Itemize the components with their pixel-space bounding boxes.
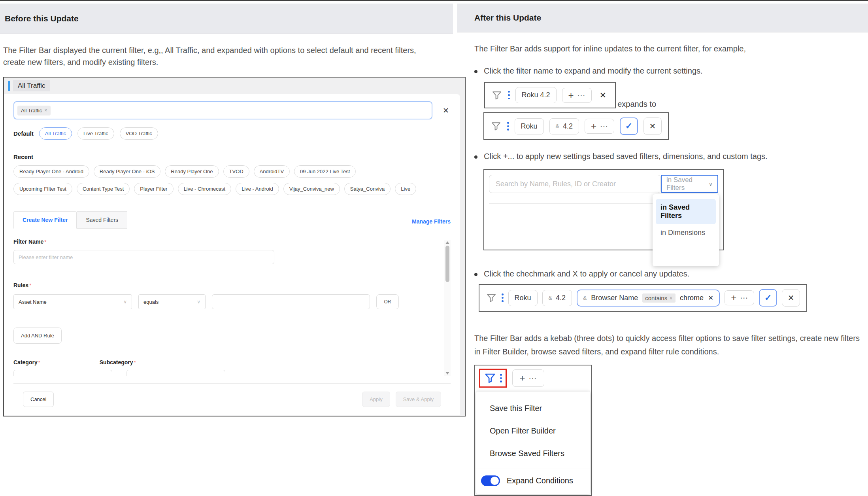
subcategory-select[interactable] (126, 370, 225, 376)
bullet-modify-settings: Click the filter name to expand and modi… (474, 66, 865, 76)
cancel-x-button[interactable]: ✕ (782, 289, 800, 307)
rule-operator-select[interactable]: equals ∨ (138, 294, 206, 309)
filter-search-screenshot: in Saved Filters ∨ in Saved Filters in D… (483, 169, 724, 250)
recent-chip[interactable]: 09 Jun 2022 Live Test (294, 165, 356, 178)
chevron-down-icon: ∨ (123, 299, 127, 305)
kebab-menu-icon[interactable] (507, 122, 509, 131)
cancel-x-button[interactable]: ✕ (643, 117, 662, 135)
close-icon[interactable]: ✕ (443, 106, 449, 115)
recent-chip[interactable]: Live (395, 183, 416, 195)
expand-conditions-label: Expand Conditions (507, 476, 573, 485)
recent-chip[interactable]: Ready Player One - Android (13, 165, 89, 178)
recent-chip[interactable]: Content Type Test (77, 183, 130, 195)
filter-select-input[interactable]: All Traffic × (13, 101, 432, 119)
applied-filter-chip[interactable]: All Traffic × (17, 106, 51, 115)
add-filter-chip[interactable]: +⋯ (725, 290, 754, 305)
category-field: Category* (13, 359, 40, 366)
default-option-all-traffic[interactable]: All Traffic (39, 127, 72, 140)
recent-chip[interactable]: Vijay_Conviva_new (283, 183, 340, 195)
divider (13, 147, 451, 147)
scope-option-dimensions[interactable]: in Dimensions (656, 224, 716, 241)
rule-dimension-select[interactable]: Asset Name ∨ (13, 294, 132, 309)
required-mark: * (134, 360, 136, 365)
divider (13, 204, 451, 204)
recent-chip[interactable]: Satya_Conviva (344, 183, 391, 195)
condition-editor-chip[interactable]: & Browser Name contains ∨ chrome ✕ (577, 290, 720, 307)
rules-label: Rules (13, 282, 28, 288)
menu-item-open-filter-builder[interactable]: Open Filter Builder (476, 420, 590, 442)
cancel-button[interactable]: Cancel (23, 392, 54, 407)
apply-check-button[interactable]: ✓ (759, 289, 777, 307)
default-option-vod-traffic[interactable]: VOD Traffic (120, 127, 158, 140)
filter-term-chip[interactable]: Roku (515, 118, 544, 134)
menu-item-browse-saved-filters[interactable]: Browse Saved Filters (476, 442, 590, 465)
rule-row: Asset Name ∨ equals ∨ OR (13, 294, 440, 309)
tab-create-new-filter[interactable]: Create New Filter (13, 211, 77, 229)
add-filter-chip[interactable]: +⋯ (585, 119, 614, 134)
category-select[interactable] (13, 370, 112, 376)
plus-icon: + (568, 92, 574, 99)
before-intro: The Filter Bar displayed the current fil… (3, 44, 440, 68)
filterbar-expanded-row: Roku &4.2 +⋯ ✓ ✕ (483, 112, 865, 140)
filterbar-condition-row: Roku &4.2 & Browser Name contains ∨ chro… (479, 284, 865, 312)
recent-chip[interactable]: Live - Android (236, 183, 279, 195)
kebab-menu-icon[interactable] (502, 293, 504, 302)
kebab-dropdown-menu: Save this Filter Open Filter Builder Bro… (476, 392, 590, 494)
filter-term-chip[interactable]: &4.2 (549, 118, 579, 134)
add-and-rule-button[interactable]: Add AND Rule (13, 328, 62, 344)
filter-term-chip[interactable]: &4.2 (542, 290, 572, 306)
scope-option-saved-filters[interactable]: in Saved Filters (656, 199, 716, 224)
rule-operator-value: equals (143, 299, 159, 305)
save-and-apply-button[interactable]: Save & Apply (396, 392, 441, 407)
filter-name-input[interactable] (13, 250, 274, 264)
red-highlight-box (479, 369, 507, 388)
recent-chip[interactable]: Player Filter (134, 183, 173, 195)
plus-icon: + (731, 294, 736, 301)
current-filter-chip[interactable]: Roku 4.2 (515, 87, 557, 103)
vertical-scrollbar[interactable] (444, 240, 451, 376)
add-filter-chip[interactable]: +⋯ (512, 369, 544, 387)
manage-filters-link[interactable]: Manage Filters (412, 218, 451, 229)
recent-chip[interactable]: Ready Player One - iOS (94, 165, 160, 178)
recent-chip[interactable]: Live - Chromecast (178, 183, 231, 195)
remove-condition-icon[interactable]: ✕ (708, 294, 713, 302)
ellipsis-icon: ⋯ (740, 294, 748, 301)
default-option-live-traffic[interactable]: Live Traffic (77, 127, 114, 140)
or-rule-button[interactable]: OR (376, 294, 399, 309)
dialog-footer: Cancel Apply Save & Apply (13, 383, 451, 415)
scrollbar-thumb[interactable] (445, 246, 449, 282)
expand-conditions-toggle[interactable] (481, 475, 500, 486)
kebab-menu-icon[interactable] (500, 374, 502, 382)
scroll-down-arrow-icon[interactable] (445, 372, 449, 375)
search-scope-value: in Saved Filters (666, 176, 709, 192)
category-inputs-cutoff (13, 370, 440, 376)
apply-check-button[interactable]: ✓ (620, 117, 638, 135)
filter-select-row: All Traffic × ✕ (13, 101, 451, 119)
after-body: The Filter Bar adds support for inline u… (457, 32, 868, 496)
menu-item-save-this-filter[interactable]: Save this Filter (476, 397, 590, 420)
after-intro: The Filter Bar adds support for inline u… (474, 43, 865, 55)
apply-button[interactable]: Apply (362, 392, 390, 407)
recent-chip[interactable]: TVOD (223, 165, 249, 178)
scroll-up-arrow-icon[interactable] (445, 241, 449, 244)
recent-chip[interactable]: Ready Player One (165, 165, 219, 178)
chip-remove-icon[interactable]: × (44, 108, 47, 113)
after-header: After this Update (457, 4, 868, 32)
recent-chip[interactable]: Upcoming FIlter Test (13, 183, 72, 195)
add-filter-chip[interactable]: +⋯ (562, 88, 592, 103)
bullet-apply-cancel: Click the chechmark and X to apply or ca… (474, 269, 865, 278)
filter-funnel-icon-blue[interactable] (484, 372, 496, 384)
recent-chip[interactable]: AndroidTV (254, 165, 290, 178)
rule-value-input[interactable] (212, 294, 370, 309)
condition-operator-select[interactable]: contains ∨ (642, 293, 676, 303)
filter-search-input[interactable] (489, 175, 661, 193)
filter-funnel-icon (486, 292, 497, 303)
clear-filter-icon[interactable]: ✕ (597, 91, 609, 100)
filter-name-field: Filter Name* (13, 238, 440, 245)
filter-term-chip[interactable]: Roku (508, 290, 538, 306)
kebab-menu-icon[interactable] (508, 91, 510, 100)
search-scope-select[interactable]: in Saved Filters ∨ (661, 175, 718, 193)
category-label: Category (13, 359, 38, 365)
bullet-icon (474, 155, 477, 159)
tab-saved-filters[interactable]: Saved Filters (77, 211, 127, 229)
